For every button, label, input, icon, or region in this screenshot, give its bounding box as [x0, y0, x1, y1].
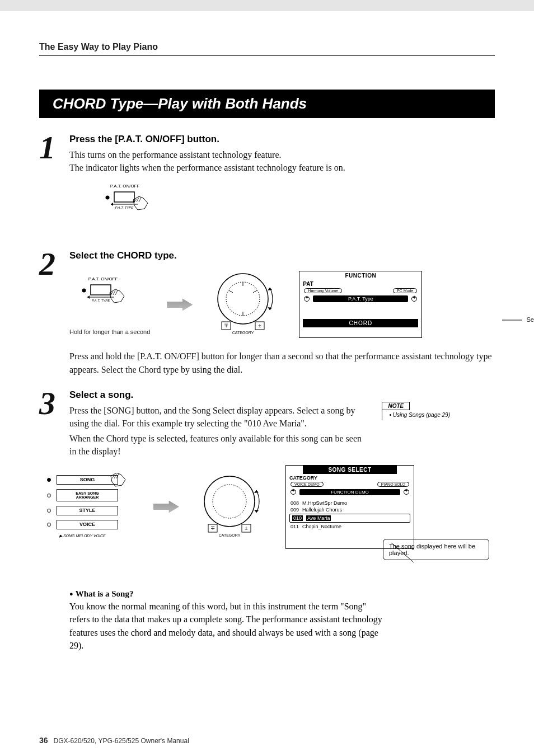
svg-rect-2: [114, 192, 134, 202]
song-item: 011Chopin_Nocturne: [286, 523, 414, 530]
svg-text:∓: ∓: [210, 525, 215, 531]
lcd-function-title: FUNCTION: [299, 271, 421, 280]
step-3-title: Select a song.: [69, 389, 495, 401]
svg-line-16: [229, 290, 233, 293]
lcd-pcmode: PC Mode: [393, 288, 417, 293]
lcd-left-circle-icon: [291, 489, 296, 495]
svg-marker-19: [268, 307, 272, 310]
banner-title: CHORD Type—Play with Both Hands: [39, 90, 495, 118]
arrow-icon: [167, 298, 193, 311]
pat-hold-figure: P.A.T. ON/OFF P.A.T. TYPE Hold for longe…: [69, 274, 150, 335]
section-heading: The Easy Way to Play Piano: [39, 42, 495, 56]
hand-pointer-icon: [109, 473, 131, 490]
function-lcd: FUNCTION PAT Harmony Volume PC Mode P.A.…: [299, 271, 422, 338]
lcd-voice-demo: VOICE DEMO: [291, 482, 324, 487]
note-box: NOTE • Using Songs (page 29): [382, 402, 450, 420]
svg-point-13: [226, 282, 260, 316]
lcd-piano-solo: PIANO SOLO: [377, 482, 409, 487]
svg-marker-4: [111, 203, 113, 206]
voice-button: VOICE: [57, 520, 118, 529]
led-icon: [47, 494, 51, 497]
select-chord-caption: Select Chord: [502, 316, 534, 323]
step-1-figure: P.A.T. ON/OFF P.A.T. TYPE: [100, 182, 495, 227]
song-item-selected: 010Ave Maria: [289, 514, 410, 523]
svg-text:P.A.T. ON/OFF: P.A.T. ON/OFF: [88, 276, 118, 281]
step-number-2: 2: [39, 250, 62, 375]
lcd-function-demo: FUNCTION DEMO: [299, 489, 400, 495]
lcd-right-circle-icon: [404, 489, 409, 495]
svg-point-27: [213, 485, 246, 518]
svg-marker-10: [87, 295, 90, 299]
step-1-body: This turns on the performance assistant …: [69, 148, 495, 174]
note-body: • Using Songs (page 29): [382, 410, 450, 420]
lcd-pat-type: P.A.T. Type: [313, 295, 408, 302]
svg-line-15: [253, 290, 257, 293]
what-is-song-body: You know the normal meaning of this word…: [69, 600, 383, 652]
svg-marker-28: [254, 490, 259, 493]
step-2-figures: P.A.T. ON/OFF P.A.T. TYPE Hold for longe…: [69, 268, 495, 341]
svg-text:CATEGORY: CATEGORY: [219, 533, 241, 537]
svg-text:P.A.T. TYPE: P.A.T. TYPE: [115, 206, 134, 209]
svg-text:P.A.T. TYPE: P.A.T. TYPE: [92, 299, 111, 302]
led-icon: [47, 523, 51, 527]
step-3: 3 Select a song. Press the [SONG] button…: [39, 389, 495, 560]
song-item: 009Hallelujah Chorus: [286, 506, 414, 513]
lcd-chord-value: CHORD: [303, 319, 418, 327]
pat-button-diagram: P.A.T. ON/OFF P.A.T. TYPE: [100, 182, 167, 227]
svg-marker-18: [268, 288, 272, 290]
svg-text:∓: ∓: [224, 322, 228, 328]
svg-point-7: [82, 289, 86, 293]
page-number: 36: [39, 736, 48, 745]
dial-figure: ∓ ± CATEGORY: [209, 268, 282, 341]
step-number-1: 1: [39, 134, 62, 237]
step-1: 1 Press the [P.A.T. ON/OFF] button. This…: [39, 134, 495, 237]
svg-point-1: [106, 196, 110, 200]
dial-figure-2: ∓ ± CATEGORY: [196, 471, 269, 543]
lcd-harmony: Harmony Volume: [304, 288, 342, 293]
doc-title: DGX-620/520, YPG-625/525 Owner's Manual: [54, 737, 189, 745]
song-item: 008M.HrpSwtSpr Demo: [286, 500, 414, 506]
what-is-song-heading: ●What is a Song?: [69, 588, 383, 600]
arrow-icon: [153, 501, 179, 513]
led-icon: [47, 509, 51, 513]
step-3-body-1: Press the [SONG] button, and the Song Se…: [69, 404, 366, 430]
step-1-title: Press the [P.A.T. ON/OFF] button.: [69, 134, 495, 145]
page-footer: 36 DGX-620/520, YPG-625/525 Owner's Manu…: [39, 736, 189, 745]
step-3-figures: SONG EASY SONG ARRANGER STYLE VOICE ▶ SO…: [47, 465, 495, 549]
svg-text:P.A.T. ON/OFF: P.A.T. ON/OFF: [110, 184, 140, 189]
lcd-left-circle-icon: [304, 296, 310, 302]
svg-marker-29: [254, 510, 259, 513]
svg-text:±: ±: [245, 525, 248, 531]
page: The Easy Way to Play Piano CHORD Type—Pl…: [0, 11, 534, 756]
svg-point-12: [218, 274, 268, 324]
hold-caption: Hold for longer than a second: [69, 328, 150, 335]
svg-text:CATEGORY: CATEGORY: [232, 331, 254, 335]
what-is-song-block: ●What is a Song? You know the normal mea…: [69, 588, 383, 652]
led-icon: [47, 478, 51, 482]
easy-song-button: EASY SONG ARRANGER: [57, 489, 118, 501]
style-button: STYLE: [57, 506, 118, 515]
lcd-pat-label: PAT: [299, 280, 421, 287]
step-3-body-2: When the Chord type is selected, feature…: [69, 432, 366, 458]
song-callout: The song displayed here will be played.: [383, 539, 489, 560]
svg-text:±: ±: [259, 322, 262, 328]
lcd-song-select-title: SONG SELECT: [303, 466, 397, 474]
lcd-category-label: CATEGORY: [286, 474, 414, 481]
svg-rect-8: [91, 285, 111, 295]
note-heading: NOTE: [382, 402, 410, 410]
step-2-title: Select the CHORD type.: [69, 250, 495, 261]
svg-point-26: [204, 476, 255, 527]
button-stack-figure: SONG EASY SONG ARRANGER STYLE VOICE ▶ SO…: [47, 475, 137, 538]
song-select-lcd: SONG SELECT CATEGORY VOICE DEMO PIANO SO…: [285, 465, 414, 549]
lcd-right-circle-icon: [411, 296, 417, 302]
step-2-body: Press and hold the [P.A.T. ON/OFF] butto…: [69, 350, 495, 375]
step-2: 2 Select the CHORD type. P.A.T. ON/OFF P…: [39, 250, 495, 375]
song-melody-voice-label: ▶ SONG MELODY VOICE: [59, 534, 137, 538]
